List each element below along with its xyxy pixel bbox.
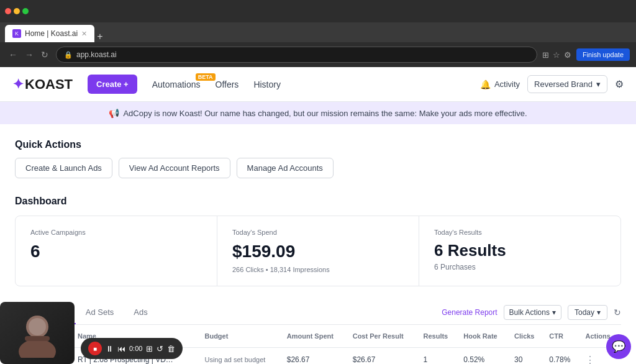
nav-automations[interactable]: Automations [152,80,201,89]
today-label: Today [575,308,594,317]
nav-offers[interactable]: Offers [216,80,239,89]
brand-selector[interactable]: Reversed Brand ▾ [527,75,607,93]
chevron-down-icon: ▾ [596,80,601,89]
tab-nav-right: Generate Report Bulk Actions ▾ Today ▾ ↻ [442,305,621,320]
activity-button[interactable]: 🔔 Activity [480,80,520,89]
todays-results-sub: 6 Purchases [434,263,606,271]
browser-chrome [0,0,636,22]
chat-icon: 💬 [612,340,625,353]
results-0: 1 [418,347,458,364]
tab-close-button[interactable]: ✕ [81,30,87,38]
today-filter-button[interactable]: Today ▾ [568,305,607,320]
col-cost-per-result: Cost Per Result [348,325,419,348]
todays-spend-value: $159.09 [232,241,404,262]
app-header: ✦ KOAST Create + Automations Offers Hist… [0,67,636,102]
svg-rect-3 [25,336,50,341]
cost-per-result-0: $26.67 [348,347,419,364]
forward-button[interactable]: → [22,48,36,61]
pause-button[interactable]: ⏸ [106,344,114,353]
playback-time: 0:00 [129,345,142,352]
brand-name: Reversed Brand [534,80,593,89]
url-text: app.koast.ai [76,50,117,59]
quick-actions-buttons: Create & Launch Ads View Ad Account Repo… [15,158,621,178]
reload-button[interactable]: ↻ [39,48,51,61]
header-right: 🔔 Activity Reversed Brand ▾ ⚙ [480,75,624,93]
todays-results-card: Today's Results 6 Results 6 Purchases [419,216,620,286]
active-campaigns-label: Active Campaigns [30,229,202,236]
main-nav: Automations Offers History [152,80,281,89]
view-reports-button[interactable]: View Ad Account Reports [119,158,230,178]
col-amount-spent: Amount Spent [282,325,348,348]
refresh-button[interactable]: ↻ [614,307,621,317]
dashboard-section: Dashboard Active Campaigns 6 Today's Spe… [15,196,621,286]
tab-ads[interactable]: Ads [124,301,157,324]
chevron-down-icon: ▾ [552,308,556,317]
video-controls: ■ ⏸ ⏮ 0:00 ⊞ ↺ 🗑 [81,338,183,359]
budget-0: Using ad set budget [204,356,265,363]
hook-rate-0: 0.52% [458,347,509,364]
activity-label: Activity [494,80,520,89]
grid-button[interactable]: ⊞ [146,344,153,353]
campaign-tab-nav: Campaigns Ad Sets Ads Generate Report Bu… [15,301,621,325]
more-actions-0[interactable]: ⋮ [585,354,595,364]
clicks-0: 30 [509,347,544,364]
video-face [0,302,75,364]
dashboard-title: Dashboard [15,196,621,207]
undo-button[interactable]: ↺ [157,344,163,353]
svg-point-2 [29,318,46,335]
address-bar: ← → ↻ 🔒 app.koast.ai ⊞ ☆ ⚙ Finish update [0,42,636,67]
col-clicks: Clicks [509,325,544,348]
ctr-0: 0.78% [544,347,580,364]
tab-favicon: K [12,29,21,38]
amount-spent-0: $26.67 [282,347,348,364]
col-results: Results [418,325,458,348]
bookmark-icon: ☆ [553,50,560,60]
create-button[interactable]: Create + [88,75,137,94]
bell-icon: 🔔 [480,80,491,89]
manage-accounts-button[interactable]: Manage Ad Accounts [237,158,334,178]
active-campaigns-card: Active Campaigns 6 [16,216,217,286]
generate-report-button[interactable]: Generate Report [442,308,497,317]
translate-icon: ⊞ [542,50,549,60]
chevron-down-icon: ▾ [597,308,601,317]
quick-actions-section: Quick Actions Create & Launch Ads View A… [15,139,621,178]
nav-history[interactable]: History [253,80,281,89]
todays-spend-card: Today's Spend $159.09 266 Clicks • 18,31… [217,216,419,286]
video-overlay [0,302,75,364]
announcement-banner: 📢 AdCopy is now Koast! Our name has chan… [0,102,636,124]
active-campaigns-value: 6 [30,241,202,262]
settings-button[interactable]: ⚙ [615,78,624,90]
todays-spend-label: Today's Spend [232,229,404,236]
tab-ad-sets[interactable]: Ad Sets [76,301,124,324]
finish-update-button[interactable]: Finish update [576,48,630,61]
quick-actions-title: Quick Actions [15,139,621,150]
stop-button[interactable]: ■ [88,342,102,355]
delete-button[interactable]: 🗑 [167,344,175,353]
browser-tab[interactable]: K Home | Koast.ai ✕ [5,25,94,42]
new-tab-button[interactable]: + [97,31,102,42]
bulk-actions-button[interactable]: Bulk Actions ▾ [504,305,561,320]
col-hook-rate: Hook Rate [458,325,509,348]
dot-green [22,8,29,14]
banner-text: AdCopy is now Koast! Our name has change… [123,109,527,118]
col-budget: Budget [199,325,281,348]
logo-symbol: ✦ [12,76,24,93]
dot-yellow [14,8,20,14]
tab-label: Home | Koast.ai [25,29,78,38]
tab-bar: K Home | Koast.ai ✕ + [0,22,636,42]
extension-icon: ⚙ [564,50,571,60]
rewind-button[interactable]: ⏮ [117,344,125,353]
address-input[interactable]: 🔒 app.koast.ai [56,47,537,63]
todays-results-label: Today's Results [434,229,606,236]
main-content: Quick Actions Create & Launch Ads View A… [0,124,636,364]
dot-red [5,8,11,14]
create-launch-button[interactable]: Create & Launch Ads [15,158,112,178]
back-button[interactable]: ← [6,48,20,61]
svg-point-1 [19,339,56,358]
megaphone-icon: 📢 [109,108,119,118]
bulk-actions-label: Bulk Actions [509,308,550,317]
todays-spend-sub: 266 Clicks • 18,314 Impressions [232,266,404,273]
chat-bubble-button[interactable]: 💬 [606,334,631,359]
col-ctr: CTR [544,325,580,348]
todays-results-value: 6 Results [434,241,606,260]
